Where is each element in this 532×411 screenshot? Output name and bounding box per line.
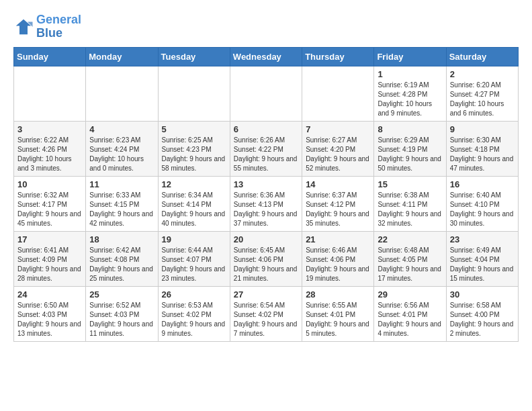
day-number: 4 xyxy=(89,124,154,134)
calendar-cell: 28Sunrise: 6:55 AM Sunset: 4:01 PM Dayli… xyxy=(302,286,374,341)
calendar-cell: 1Sunrise: 6:19 AM Sunset: 4:28 PM Daylig… xyxy=(374,66,446,121)
page-header: General Blue xyxy=(13,13,519,40)
calendar-cell: 10Sunrise: 6:32 AM Sunset: 4:17 PM Dayli… xyxy=(14,176,86,231)
day-info: Sunrise: 6:20 AM Sunset: 4:27 PM Dayligh… xyxy=(450,81,515,118)
day-info: Sunrise: 6:23 AM Sunset: 4:24 PM Dayligh… xyxy=(89,136,154,173)
day-number: 22 xyxy=(378,234,442,244)
calendar-cell: 20Sunrise: 6:45 AM Sunset: 4:06 PM Dayli… xyxy=(230,231,302,286)
calendar-week-4: 17Sunrise: 6:41 AM Sunset: 4:09 PM Dayli… xyxy=(14,231,519,286)
day-number: 25 xyxy=(89,289,154,300)
calendar-cell: 11Sunrise: 6:33 AM Sunset: 4:15 PM Dayli… xyxy=(86,176,158,231)
day-number: 26 xyxy=(162,289,226,300)
calendar-cell: 12Sunrise: 6:34 AM Sunset: 4:14 PM Dayli… xyxy=(158,176,230,231)
day-number: 3 xyxy=(17,124,82,134)
calendar-cell: 25Sunrise: 6:52 AM Sunset: 4:03 PM Dayli… xyxy=(86,286,158,341)
day-info: Sunrise: 6:38 AM Sunset: 4:11 PM Dayligh… xyxy=(378,191,442,228)
day-info: Sunrise: 6:49 AM Sunset: 4:04 PM Dayligh… xyxy=(450,246,515,283)
calendar-week-3: 10Sunrise: 6:32 AM Sunset: 4:17 PM Dayli… xyxy=(14,176,519,231)
day-info: Sunrise: 6:44 AM Sunset: 4:07 PM Dayligh… xyxy=(162,246,226,283)
calendar-cell: 9Sunrise: 6:30 AM Sunset: 4:18 PM Daylig… xyxy=(446,121,518,176)
day-number: 6 xyxy=(234,124,298,134)
calendar-cell: 22Sunrise: 6:48 AM Sunset: 4:05 PM Dayli… xyxy=(374,231,446,286)
logo-text: General Blue xyxy=(36,13,81,40)
calendar-cell: 2Sunrise: 6:20 AM Sunset: 4:27 PM Daylig… xyxy=(446,66,518,121)
day-number: 24 xyxy=(17,289,82,300)
day-info: Sunrise: 6:33 AM Sunset: 4:15 PM Dayligh… xyxy=(89,191,154,228)
calendar-cell: 17Sunrise: 6:41 AM Sunset: 4:09 PM Dayli… xyxy=(14,231,86,286)
day-number: 21 xyxy=(306,234,370,244)
calendar-cell: 18Sunrise: 6:42 AM Sunset: 4:08 PM Dayli… xyxy=(86,231,158,286)
day-number: 23 xyxy=(450,234,515,244)
day-number: 11 xyxy=(89,179,154,189)
calendar-cell xyxy=(230,66,302,121)
day-info: Sunrise: 6:42 AM Sunset: 4:08 PM Dayligh… xyxy=(89,246,154,283)
day-info: Sunrise: 6:26 AM Sunset: 4:22 PM Dayligh… xyxy=(234,136,298,173)
day-info: Sunrise: 6:56 AM Sunset: 4:01 PM Dayligh… xyxy=(378,301,442,338)
calendar-cell: 15Sunrise: 6:38 AM Sunset: 4:11 PM Dayli… xyxy=(374,176,446,231)
day-number: 15 xyxy=(378,179,442,189)
day-number: 30 xyxy=(450,289,515,300)
calendar-cell: 23Sunrise: 6:49 AM Sunset: 4:04 PM Dayli… xyxy=(446,231,518,286)
day-info: Sunrise: 6:19 AM Sunset: 4:28 PM Dayligh… xyxy=(378,81,442,118)
day-number: 29 xyxy=(378,289,442,300)
calendar-cell: 7Sunrise: 6:27 AM Sunset: 4:20 PM Daylig… xyxy=(302,121,374,176)
day-number: 13 xyxy=(234,179,298,189)
day-info: Sunrise: 6:29 AM Sunset: 4:19 PM Dayligh… xyxy=(378,136,442,173)
calendar-cell: 30Sunrise: 6:58 AM Sunset: 4:00 PM Dayli… xyxy=(446,286,518,341)
day-number: 7 xyxy=(306,124,370,134)
day-number: 18 xyxy=(89,234,154,244)
day-number: 1 xyxy=(378,69,442,79)
day-info: Sunrise: 6:45 AM Sunset: 4:06 PM Dayligh… xyxy=(234,246,298,283)
day-info: Sunrise: 6:46 AM Sunset: 4:06 PM Dayligh… xyxy=(306,246,370,283)
header-friday: Friday xyxy=(374,47,446,66)
calendar-cell: 8Sunrise: 6:29 AM Sunset: 4:19 PM Daylig… xyxy=(374,121,446,176)
calendar-cell xyxy=(158,66,230,121)
calendar-table: SundayMondayTuesdayWednesdayThursdayFrid… xyxy=(13,47,519,342)
logo-icon xyxy=(13,17,34,37)
day-info: Sunrise: 6:37 AM Sunset: 4:12 PM Dayligh… xyxy=(306,191,370,228)
calendar-cell: 5Sunrise: 6:25 AM Sunset: 4:23 PM Daylig… xyxy=(158,121,230,176)
calendar-header-row: SundayMondayTuesdayWednesdayThursdayFrid… xyxy=(14,47,519,66)
day-info: Sunrise: 6:25 AM Sunset: 4:23 PM Dayligh… xyxy=(162,136,226,173)
day-number: 16 xyxy=(450,179,515,189)
day-info: Sunrise: 6:32 AM Sunset: 4:17 PM Dayligh… xyxy=(17,191,82,228)
day-info: Sunrise: 6:22 AM Sunset: 4:26 PM Dayligh… xyxy=(17,136,82,173)
day-number: 2 xyxy=(450,69,515,79)
day-info: Sunrise: 6:55 AM Sunset: 4:01 PM Dayligh… xyxy=(306,301,370,338)
header-monday: Monday xyxy=(86,47,158,66)
header-thursday: Thursday xyxy=(302,47,374,66)
calendar-cell xyxy=(302,66,374,121)
calendar-cell: 26Sunrise: 6:53 AM Sunset: 4:02 PM Dayli… xyxy=(158,286,230,341)
calendar-cell: 14Sunrise: 6:37 AM Sunset: 4:12 PM Dayli… xyxy=(302,176,374,231)
calendar-cell: 19Sunrise: 6:44 AM Sunset: 4:07 PM Dayli… xyxy=(158,231,230,286)
calendar-cell: 4Sunrise: 6:23 AM Sunset: 4:24 PM Daylig… xyxy=(86,121,158,176)
calendar-cell: 3Sunrise: 6:22 AM Sunset: 4:26 PM Daylig… xyxy=(14,121,86,176)
svg-marker-0 xyxy=(16,19,32,35)
calendar-cell: 6Sunrise: 6:26 AM Sunset: 4:22 PM Daylig… xyxy=(230,121,302,176)
day-info: Sunrise: 6:27 AM Sunset: 4:20 PM Dayligh… xyxy=(306,136,370,173)
calendar-cell: 16Sunrise: 6:40 AM Sunset: 4:10 PM Dayli… xyxy=(446,176,518,231)
logo: General Blue xyxy=(13,13,81,40)
day-number: 8 xyxy=(378,124,442,134)
calendar-week-1: 1Sunrise: 6:19 AM Sunset: 4:28 PM Daylig… xyxy=(14,66,519,121)
calendar-week-5: 24Sunrise: 6:50 AM Sunset: 4:03 PM Dayli… xyxy=(14,286,519,341)
calendar-cell: 13Sunrise: 6:36 AM Sunset: 4:13 PM Dayli… xyxy=(230,176,302,231)
header-tuesday: Tuesday xyxy=(158,47,230,66)
calendar-cell: 29Sunrise: 6:56 AM Sunset: 4:01 PM Dayli… xyxy=(374,286,446,341)
day-number: 5 xyxy=(162,124,226,134)
day-info: Sunrise: 6:58 AM Sunset: 4:00 PM Dayligh… xyxy=(450,301,515,338)
day-info: Sunrise: 6:48 AM Sunset: 4:05 PM Dayligh… xyxy=(378,246,442,283)
calendar-cell xyxy=(86,66,158,121)
day-info: Sunrise: 6:34 AM Sunset: 4:14 PM Dayligh… xyxy=(162,191,226,228)
calendar-cell: 21Sunrise: 6:46 AM Sunset: 4:06 PM Dayli… xyxy=(302,231,374,286)
day-info: Sunrise: 6:52 AM Sunset: 4:03 PM Dayligh… xyxy=(89,301,154,338)
day-info: Sunrise: 6:54 AM Sunset: 4:02 PM Dayligh… xyxy=(234,301,298,338)
day-number: 10 xyxy=(17,179,82,189)
day-number: 17 xyxy=(17,234,82,244)
calendar-week-2: 3Sunrise: 6:22 AM Sunset: 4:26 PM Daylig… xyxy=(14,121,519,176)
day-info: Sunrise: 6:30 AM Sunset: 4:18 PM Dayligh… xyxy=(450,136,515,173)
day-number: 27 xyxy=(234,289,298,300)
calendar-cell xyxy=(14,66,86,121)
day-number: 12 xyxy=(162,179,226,189)
day-number: 14 xyxy=(306,179,370,189)
